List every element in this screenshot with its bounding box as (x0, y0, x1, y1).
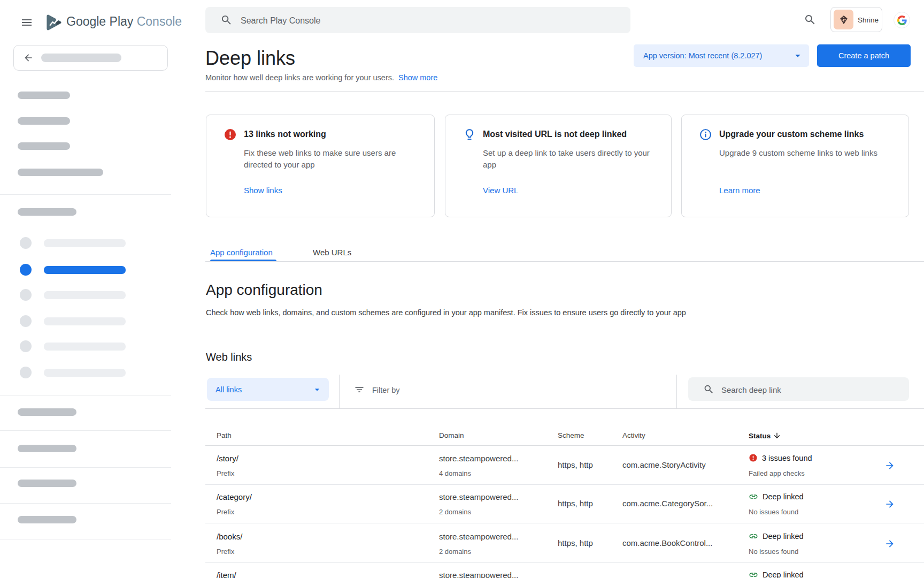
section-heading: App configuration (206, 282, 322, 299)
deep-link-search-bar[interactable] (688, 377, 909, 401)
account-avatar[interactable] (894, 12, 910, 28)
cell-domain-count: 2 domains (439, 547, 471, 556)
skeleton-bar (18, 408, 76, 416)
cell-scheme: https, http (558, 538, 593, 547)
subtitle-text: Monitor how well deep links are working … (205, 73, 394, 82)
show-more-link[interactable]: Show more (398, 73, 437, 82)
column-header-scheme: Scheme (558, 431, 584, 439)
arrow-forward-icon (884, 538, 895, 549)
open-row-button[interactable] (884, 460, 895, 471)
logo-google-play: Google Play (66, 14, 133, 28)
links-filter-select[interactable]: All links (207, 378, 329, 401)
page-subtitle: Monitor how well deep links are working … (205, 73, 437, 82)
cell-domain-count: 2 domains (439, 508, 471, 516)
table-row[interactable]: /category/ Prefix store.steampowered... … (205, 485, 924, 523)
card-body: Fix these web links to make sure users a… (244, 147, 415, 171)
web-links-heading: Web links (206, 351, 252, 363)
status-text: Deep linked (763, 571, 804, 578)
console-search-input[interactable] (240, 7, 616, 34)
open-row-button[interactable] (884, 538, 895, 549)
tab-app-configuration[interactable]: App configuration (210, 248, 273, 257)
sidebar-divider (0, 430, 171, 431)
header-divider (205, 91, 924, 92)
cell-activity: com.acme.StoryActivity (622, 460, 706, 469)
page-title: Deep links (205, 47, 295, 70)
back-arrow-icon (23, 52, 34, 63)
app-version-label: App version: Most recent (8.2.027) (643, 51, 792, 60)
status-detail: No issues found (749, 547, 798, 556)
sidebar-divider (0, 503, 171, 504)
create-patch-button[interactable]: Create a patch (817, 44, 911, 67)
error-icon (749, 453, 758, 462)
tabs-divider (205, 261, 924, 262)
filter-by-input[interactable] (371, 378, 598, 402)
sidebar-divider (0, 194, 171, 195)
tab-web-urls[interactable]: Web URLs (313, 248, 351, 257)
status-text: Deep linked (763, 532, 804, 541)
show-links-link[interactable]: Show links (244, 186, 282, 195)
skeleton-bar (18, 516, 76, 523)
cell-path: /books/ (217, 532, 242, 541)
toolbar-bottom-divider (205, 408, 924, 409)
status-text: Deep linked (763, 492, 804, 501)
column-header-status[interactable]: Status (749, 431, 781, 440)
open-row-button[interactable] (884, 499, 895, 509)
arrow-forward-icon (884, 460, 895, 471)
play-console-logo-icon[interactable] (44, 12, 63, 33)
logo-text: Google Play Console (66, 14, 182, 29)
card-body: Set up a deep link to take users directl… (483, 147, 652, 171)
link-icon (749, 570, 758, 578)
column-header-activity: Activity (622, 431, 645, 439)
back-button[interactable] (13, 45, 168, 71)
secondary-search-button[interactable] (804, 13, 817, 26)
dropdown-caret-icon (792, 50, 804, 62)
sidebar: Google Play Console (0, 0, 171, 578)
cell-path: /category/ (217, 492, 252, 501)
status-badge: Deep linked (749, 570, 804, 578)
learn-more-link[interactable]: Learn more (719, 186, 760, 195)
play-console-deep-links-page: Google Play Console (0, 0, 924, 578)
table-row[interactable]: /books/ Prefix store.steampowered... 2 d… (205, 524, 924, 563)
status-text: 3 issues found (762, 454, 812, 462)
table-row[interactable]: /story/ Prefix store.steampowered... 4 d… (205, 446, 924, 485)
column-header-path: Path (217, 431, 232, 439)
section-description: Check how web links, domains, and custom… (206, 308, 686, 317)
card-title: Most visited URL is not deep linked (483, 130, 627, 139)
status-header-label: Status (749, 432, 771, 440)
toolbar-divider (339, 375, 340, 408)
arrow-forward-icon (884, 499, 895, 509)
lightbulb-icon (463, 128, 476, 142)
column-header-domain: Domain (439, 431, 464, 439)
status-badge: Deep linked (749, 531, 804, 541)
cell-domain: store.steampowered... (439, 571, 518, 578)
search-icon (804, 13, 817, 26)
skeleton-bar (18, 480, 76, 487)
logo-console: Console (137, 14, 182, 28)
table-row[interactable]: /item/ store.steampowered... Deep linked (205, 563, 924, 578)
app-selector-chip[interactable]: Shrine (830, 7, 882, 32)
app-version-dropdown[interactable]: App version: Most recent (8.2.027) (634, 44, 809, 67)
dropdown-caret-icon (312, 384, 322, 395)
link-icon (749, 531, 758, 541)
menu-button[interactable] (20, 16, 33, 29)
view-url-link[interactable]: View URL (483, 186, 518, 195)
deep-link-search-input[interactable] (720, 377, 904, 402)
cell-scheme: https, http (558, 460, 593, 469)
card-title: Upgrade your custom scheme links (719, 130, 864, 139)
cell-domain: store.steampowered... (439, 492, 518, 501)
cell-path-type: Prefix (217, 508, 234, 516)
cell-activity: com.acme.BookControl... (622, 538, 712, 547)
filter-icon (354, 384, 365, 395)
status-badge: Deep linked (749, 492, 804, 501)
search-icon (703, 384, 714, 395)
card-links-not-working: 13 links not working Fix these web links… (206, 115, 435, 217)
status-detail: Failed app checks (749, 469, 805, 477)
skeleton-bar (41, 54, 121, 62)
cell-path-type: Prefix (217, 469, 234, 477)
card-most-visited-url: Most visited URL is not deep linked Set … (445, 115, 672, 217)
info-icon (699, 128, 712, 141)
cell-domain-count: 4 domains (439, 469, 471, 477)
console-search-bar[interactable] (205, 7, 630, 33)
sidebar-divider (0, 395, 171, 396)
app-logo-tile (834, 10, 853, 29)
